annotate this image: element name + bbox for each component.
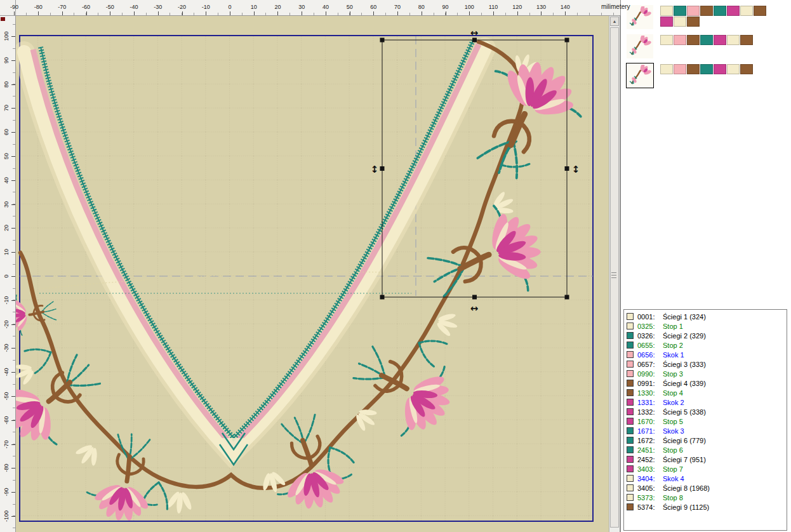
ruler-label: 50 xyxy=(347,4,353,10)
vertical-scrollbar[interactable]: ▲ xyxy=(609,16,620,532)
stitch-index: 2452: xyxy=(637,456,663,463)
stitch-list-item[interactable]: 1671:Skok 3 xyxy=(627,426,787,436)
stitch-list-item[interactable]: 0657:Ściegi 3 (333) xyxy=(627,359,787,369)
thread-color-swatch[interactable] xyxy=(674,6,686,16)
thread-color-swatch[interactable] xyxy=(674,64,686,74)
stitch-list-item[interactable]: 1331:Skok 2 xyxy=(627,397,787,407)
design-block-thumbnail[interactable] xyxy=(627,5,653,29)
ruler-tick xyxy=(86,11,87,15)
ruler-tick xyxy=(182,11,183,15)
stitch-color-swatch xyxy=(627,446,634,453)
stitch-color-swatch xyxy=(627,370,634,377)
ruler-tick xyxy=(38,11,39,15)
stitch-list-item[interactable]: 3403:Stop 7 xyxy=(627,464,787,474)
thread-color-swatch[interactable] xyxy=(754,6,766,16)
stitch-list-item[interactable]: 1670:Stop 5 xyxy=(627,416,787,426)
stitch-list-item[interactable]: 0326:Ściegi 2 (329) xyxy=(627,331,787,340)
ruler-label: 140 xyxy=(561,4,570,10)
ruler-label: 10 xyxy=(3,246,10,258)
embroidery-thumbnail-image xyxy=(628,6,652,28)
stitch-list-item[interactable]: 1332:Ściegi 5 (338) xyxy=(627,407,787,416)
stitch-sequence-list[interactable]: 0001:Ściegi 1 (324)0325:Stop 10326:Ścieg… xyxy=(623,309,787,531)
stitch-index: 3405: xyxy=(637,484,663,492)
stitch-list-item[interactable]: 2451:Stop 6 xyxy=(627,445,787,455)
stitch-color-swatch xyxy=(627,503,634,510)
ruler-label: 100 xyxy=(3,30,10,42)
stitch-label: Stop 8 xyxy=(663,494,683,502)
stitch-label: Ściegi 1 (324) xyxy=(663,313,706,321)
stitch-list-item[interactable]: 3405:Ściegi 8 (1968) xyxy=(627,483,787,493)
resize-horizontal-icon[interactable]: ↔ xyxy=(470,27,479,39)
stitch-label: Ściegi 2 (329) xyxy=(663,332,706,340)
resize-vertical-icon[interactable]: ↕ xyxy=(371,164,379,175)
stitch-list-item[interactable]: 1330:Stop 4 xyxy=(627,388,787,397)
thread-color-swatch[interactable] xyxy=(727,6,740,16)
thread-color-swatch[interactable] xyxy=(740,64,753,74)
resize-vertical-icon[interactable]: ↕ xyxy=(572,164,580,175)
thread-color-swatch[interactable] xyxy=(660,17,673,27)
ruler-unit-label: milimetery xyxy=(601,3,630,10)
thread-color-swatch[interactable] xyxy=(674,35,686,45)
design-block[interactable] xyxy=(621,32,791,61)
resize-horizontal-icon[interactable]: ↔ xyxy=(470,303,479,314)
stitch-label: Ściegi 3 (333) xyxy=(663,361,706,368)
stitch-label: Skok 4 xyxy=(663,475,684,482)
thread-color-swatch[interactable] xyxy=(687,35,700,45)
thread-color-swatch[interactable] xyxy=(714,64,726,74)
ruler-label: -70 xyxy=(58,4,66,10)
thread-color-swatch[interactable] xyxy=(687,17,700,27)
stitch-label: Ściegi 8 (1968) xyxy=(663,484,710,492)
stitch-index: 0325: xyxy=(637,323,663,330)
stitch-list-item[interactable]: 0990:Stop 3 xyxy=(627,369,787,378)
ruler-tick xyxy=(11,36,15,37)
thread-color-swatch[interactable] xyxy=(674,17,686,27)
stitch-list-item[interactable]: 0656:Skok 1 xyxy=(627,350,787,359)
stitch-index: 1330: xyxy=(637,389,663,397)
thread-color-swatch[interactable] xyxy=(714,35,726,45)
stitch-list-item[interactable]: 5374:Ściegi 9 (1125) xyxy=(627,502,787,512)
ruler-tick xyxy=(11,252,15,253)
stitch-list-item[interactable]: 0001:Ściegi 1 (324) xyxy=(627,312,787,321)
stitch-label: Stop 3 xyxy=(663,370,683,378)
stitch-label: Stop 4 xyxy=(663,389,683,397)
ruler-label: 70 xyxy=(394,4,401,10)
thread-color-swatch[interactable] xyxy=(700,35,713,45)
stitch-color-swatch xyxy=(627,494,634,501)
ruler-tick xyxy=(277,11,278,15)
thread-color-swatch[interactable] xyxy=(727,35,740,45)
stitch-list-item[interactable]: 3404:Skok 4 xyxy=(627,474,787,483)
thread-color-swatch[interactable] xyxy=(700,6,713,16)
thread-color-swatch[interactable] xyxy=(740,6,753,16)
stitch-list-item[interactable]: 0325:Stop 1 xyxy=(627,321,787,331)
stitch-list-item[interactable]: 0655:Stop 2 xyxy=(627,340,787,350)
embroidery-canvas-svg[interactable]: ↔ ↔ ↕ ↕ xyxy=(16,16,609,532)
stitch-label: Skok 1 xyxy=(663,351,684,359)
scroll-up-button[interactable]: ▲ xyxy=(610,17,619,26)
stitch-list-item[interactable]: 2452:Ściegi 7 (951) xyxy=(627,455,787,464)
stitch-list-item[interactable]: 5373:Stop 8 xyxy=(627,493,787,502)
thread-color-swatch[interactable] xyxy=(714,6,726,16)
stitch-color-swatch xyxy=(627,456,634,463)
ruler-tick xyxy=(11,444,15,445)
thread-color-swatch[interactable] xyxy=(660,35,673,45)
thread-color-swatch[interactable] xyxy=(687,64,700,74)
design-block-thumbnail[interactable] xyxy=(627,63,653,88)
thread-color-swatch[interactable] xyxy=(727,64,740,74)
stitch-list-item[interactable]: 0991:Ściegi 4 (339) xyxy=(627,378,787,388)
ruler-label: 40 xyxy=(3,175,10,186)
stitch-index: 1671: xyxy=(637,427,663,435)
thread-color-swatch[interactable] xyxy=(687,6,700,16)
stitch-color-swatch xyxy=(627,475,634,482)
thread-color-swatch[interactable] xyxy=(740,35,753,45)
thread-color-swatch[interactable] xyxy=(700,64,713,74)
design-block-thumbnail[interactable] xyxy=(627,34,653,58)
stitch-list-item[interactable]: 1672:Ściegi 6 (779) xyxy=(627,436,787,445)
design-canvas[interactable]: ↔ ↔ ↕ ↕ xyxy=(16,16,609,532)
design-block[interactable] xyxy=(621,61,791,90)
stitch-color-swatch xyxy=(627,465,634,472)
thread-color-swatch[interactable] xyxy=(660,64,673,74)
stitch-index: 1672: xyxy=(637,437,663,444)
thread-color-swatch[interactable] xyxy=(660,6,673,16)
design-block[interactable] xyxy=(621,3,791,32)
scrollbar-grip[interactable] xyxy=(611,272,616,280)
